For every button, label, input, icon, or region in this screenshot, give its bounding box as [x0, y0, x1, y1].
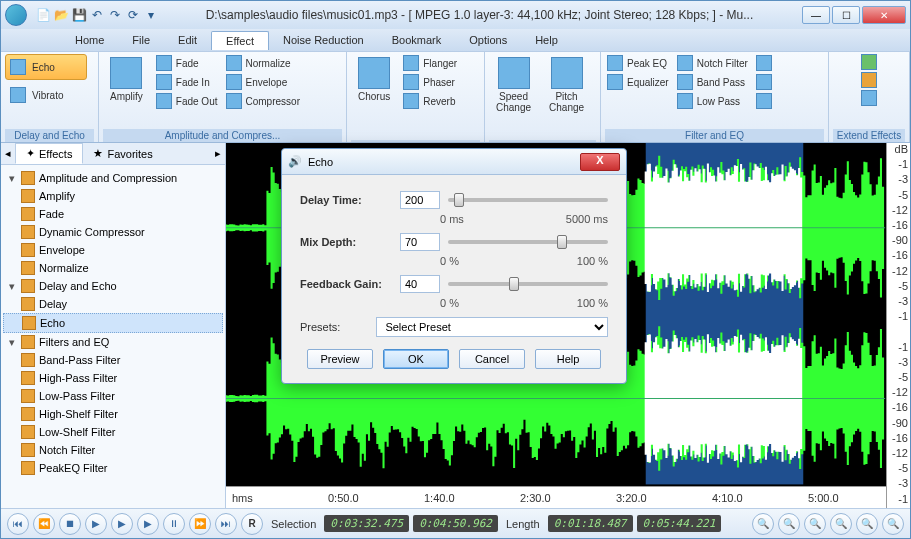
ribbon-envelope-button[interactable]: Envelope	[224, 73, 302, 91]
help-button[interactable]: Help	[535, 349, 601, 369]
zoom-selection-button[interactable]: 🔍	[778, 513, 800, 535]
mix-depth-input[interactable]	[400, 233, 440, 251]
tree-item[interactable]: Envelope	[3, 241, 223, 259]
tree-item[interactable]: Low-Shelf Filter	[3, 423, 223, 441]
menu-file[interactable]: File	[118, 31, 164, 49]
tree-item[interactable]: Normalize	[3, 259, 223, 277]
sidebar-collapse-left-icon[interactable]: ◂	[1, 147, 15, 160]
window-titlebar: 📄 📂 💾 ↶ ↷ ⟳ ▾ D:\samples\audio files\mus…	[1, 1, 910, 29]
tab-effects[interactable]: ✦Effects	[15, 143, 83, 164]
tree-item[interactable]: Fade	[3, 205, 223, 223]
delay-time-slider[interactable]	[448, 193, 608, 207]
qat-save-icon[interactable]: 💾	[71, 7, 87, 23]
tab-favorites[interactable]: ★Favorites	[83, 144, 162, 163]
ribbon-chorus-button[interactable]: Chorus	[351, 54, 397, 105]
menu-edit[interactable]: Edit	[164, 31, 211, 49]
maximize-button[interactable]: ☐	[832, 6, 860, 24]
extend-icon[interactable]	[861, 54, 877, 70]
mix-depth-slider[interactable]	[448, 235, 608, 249]
stop-button[interactable]: ⏹	[59, 513, 81, 535]
menu-noise-reduction[interactable]: Noise Reduction	[269, 31, 378, 49]
tree-item[interactable]: ▾Delay and Echo	[3, 277, 223, 295]
tree-item[interactable]: ▾Filters and EQ	[3, 333, 223, 351]
preview-button[interactable]: Preview	[307, 349, 373, 369]
qat-open-icon[interactable]: 📂	[53, 7, 69, 23]
ribbon-echo-button[interactable]: Echo	[5, 54, 87, 80]
forward-button[interactable]: ⏩	[189, 513, 211, 535]
sidebar-collapse-right-icon[interactable]: ▸	[211, 147, 225, 160]
tree-item[interactable]: Dynamic Compressor	[3, 223, 223, 241]
ribbon-compressor-button[interactable]: Compressor	[224, 92, 302, 110]
tree-item[interactable]: PeakEQ Filter	[3, 459, 223, 477]
tree-item[interactable]: Band-Pass Filter	[3, 351, 223, 369]
rewind-start-button[interactable]: ⏮	[7, 513, 29, 535]
ribbon-amplify-button[interactable]: Amplify	[103, 54, 150, 105]
tree-item[interactable]: Low-Pass Filter	[3, 387, 223, 405]
ribbon-pitch-change-button[interactable]: Pitch Change	[542, 54, 591, 116]
ribbon-peakeq-button[interactable]: Peak EQ	[605, 54, 671, 72]
ribbon-normalize-button[interactable]: Normalize	[224, 54, 302, 72]
pause-button[interactable]: ⏸	[163, 513, 185, 535]
ribbon-extra3[interactable]	[754, 92, 774, 110]
menu-effect[interactable]: Effect	[211, 31, 269, 50]
menu-bookmark[interactable]: Bookmark	[378, 31, 456, 49]
dialog-close-button[interactable]: X	[580, 153, 620, 171]
app-icon[interactable]	[5, 4, 27, 26]
ribbon-fadeout-button[interactable]: Fade Out	[154, 92, 220, 110]
menu-options[interactable]: Options	[455, 31, 521, 49]
close-button[interactable]: ✕	[862, 6, 906, 24]
chorus-icon	[358, 57, 390, 89]
ribbon-speed-change-button[interactable]: Speed Change	[489, 54, 538, 116]
ribbon-notch-button[interactable]: Notch Filter	[675, 54, 750, 72]
tree-item[interactable]: Delay	[3, 295, 223, 313]
ribbon-equalizer-button[interactable]: Equalizer	[605, 73, 671, 91]
rewind-button[interactable]: ⏪	[33, 513, 55, 535]
ribbon-fadein-button[interactable]: Fade In	[154, 73, 220, 91]
ribbon-reverb-button[interactable]: Reverb	[401, 92, 459, 110]
extend-icon[interactable]	[861, 72, 877, 88]
tree-item[interactable]: Amplify	[3, 187, 223, 205]
ribbon-flanger-button[interactable]: Flanger	[401, 54, 459, 72]
qat-dropdown-icon[interactable]: ▾	[143, 7, 159, 23]
qat-refresh-icon[interactable]: ⟳	[125, 7, 141, 23]
ribbon-extra2[interactable]	[754, 73, 774, 91]
extend-icon[interactable]	[861, 90, 877, 106]
feedback-gain-label: Feedback Gain:	[300, 278, 392, 290]
play-selection-button[interactable]: ▶	[137, 513, 159, 535]
tree-item[interactable]: High-Pass Filter	[3, 369, 223, 387]
tree-item[interactable]: ▾Amplitude and Compression	[3, 169, 223, 187]
record-button[interactable]: R	[241, 513, 263, 535]
qat-new-icon[interactable]: 📄	[35, 7, 51, 23]
timeline-ruler[interactable]: hms0:50.01:40.02:30.03:20.04:10.05:00.0	[226, 486, 886, 508]
dialog-titlebar[interactable]: 🔊 Echo X	[282, 149, 626, 175]
qat-redo-icon[interactable]: ↷	[107, 7, 123, 23]
tree-item[interactable]: Echo	[3, 313, 223, 333]
ribbon-fade-button[interactable]: Fade	[154, 54, 220, 72]
menu-home[interactable]: Home	[61, 31, 118, 49]
forward-end-button[interactable]: ⏭	[215, 513, 237, 535]
ribbon-phaser-button[interactable]: Phaser	[401, 73, 459, 91]
zoom-v-in-button[interactable]: 🔍	[856, 513, 878, 535]
play-button[interactable]: ▶	[111, 513, 133, 535]
ribbon-vibrato-button[interactable]: Vibrato	[5, 82, 87, 108]
tree-item[interactable]: High-Shelf Filter	[3, 405, 223, 423]
zoom-fit-button[interactable]: 🔍	[752, 513, 774, 535]
ribbon-extra1[interactable]	[754, 54, 774, 72]
qat-undo-icon[interactable]: ↶	[89, 7, 105, 23]
menu-help[interactable]: Help	[521, 31, 572, 49]
effects-tree[interactable]: ▾Amplitude and CompressionAmplifyFadeDyn…	[1, 165, 225, 508]
play-from-start-button[interactable]: ▶	[85, 513, 107, 535]
feedback-gain-input[interactable]	[400, 275, 440, 293]
minimize-button[interactable]: —	[802, 6, 830, 24]
zoom-out-button[interactable]: 🔍	[830, 513, 852, 535]
tree-item[interactable]: Notch Filter	[3, 441, 223, 459]
feedback-gain-slider[interactable]	[448, 277, 608, 291]
ribbon-bandpass-button[interactable]: Band Pass	[675, 73, 750, 91]
presets-select[interactable]: Select Preset	[376, 317, 608, 337]
zoom-v-out-button[interactable]: 🔍	[882, 513, 904, 535]
ok-button[interactable]: OK	[383, 349, 449, 369]
ribbon-lowpass-button[interactable]: Low Pass	[675, 92, 750, 110]
cancel-button[interactable]: Cancel	[459, 349, 525, 369]
delay-time-input[interactable]	[400, 191, 440, 209]
zoom-in-button[interactable]: 🔍	[804, 513, 826, 535]
